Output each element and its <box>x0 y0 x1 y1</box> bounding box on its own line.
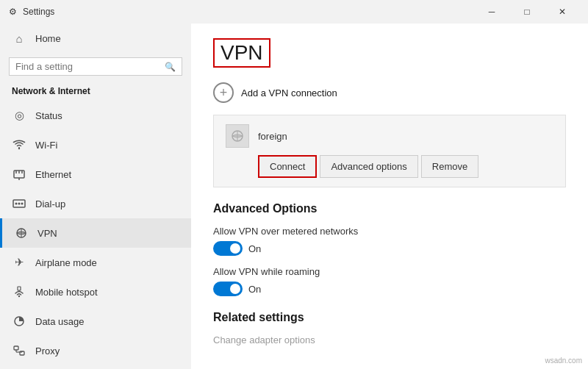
hotspot-icon <box>12 284 26 299</box>
wifi-label: Wi-Fi <box>35 140 57 151</box>
vpn-icon <box>14 226 29 240</box>
advanced-options-heading: Advanced Options <box>213 202 566 215</box>
vpn-label: VPN <box>37 228 57 239</box>
search-icon: 🔍 <box>165 62 176 72</box>
svg-point-8 <box>18 203 21 205</box>
status-label: Status <box>35 110 62 121</box>
add-vpn-label: Add a VPN connection <box>241 87 337 98</box>
svg-point-9 <box>21 203 24 205</box>
plus-icon: + <box>213 82 234 103</box>
sidebar-item-datausage[interactable]: Data usage <box>0 307 191 336</box>
search-box[interactable]: 🔍 <box>9 57 182 76</box>
svg-point-7 <box>15 203 18 205</box>
close-button[interactable]: ✕ <box>545 0 579 24</box>
sidebar-section-title: Network & Internet <box>0 80 191 101</box>
app-body: ⌂ Home 🔍 Network & Internet ◎ Status W <box>0 24 588 369</box>
svg-rect-14 <box>18 287 21 290</box>
connect-button[interactable]: Connect <box>258 155 317 178</box>
vpn-buttons: Connect Advanced options Remove <box>226 155 553 178</box>
airplane-icon: ✈ <box>12 255 26 270</box>
page-title: VPN <box>213 38 270 68</box>
vpn-metered-text: On <box>248 243 261 254</box>
vpn-metered-switch[interactable] <box>213 241 243 256</box>
ethernet-label: Ethernet <box>35 169 71 180</box>
dialup-icon <box>12 196 26 211</box>
search-input[interactable] <box>15 61 165 72</box>
title-bar: ⚙ Settings ─ □ ✕ <box>0 0 588 24</box>
datausage-label: Data usage <box>35 316 85 327</box>
datausage-icon <box>12 314 26 329</box>
ethernet-icon <box>12 167 26 182</box>
vpn-entry-icon <box>226 124 249 148</box>
vpn-metered-control: On <box>213 241 566 256</box>
vpn-entry-header: foreign <box>226 124 553 148</box>
sidebar-item-proxy[interactable]: Proxy <box>0 336 191 365</box>
sidebar-item-vpn[interactable]: VPN <box>0 218 191 248</box>
window-controls: ─ □ ✕ <box>475 0 579 24</box>
vpn-metered-label: Allow VPN over metered networks <box>213 226 566 237</box>
home-label: Home <box>35 33 61 44</box>
home-icon: ⌂ <box>12 31 26 46</box>
sidebar-item-airplane[interactable]: ✈ Airplane mode <box>0 248 191 277</box>
sidebar-item-dialup[interactable]: Dial-up <box>0 189 191 218</box>
vpn-roaming-text: On <box>248 284 261 295</box>
sidebar: ⌂ Home 🔍 Network & Internet ◎ Status W <box>0 24 191 369</box>
minimize-button[interactable]: ─ <box>475 0 509 24</box>
watermark: wsadn.com <box>545 357 582 365</box>
title-bar-title: ⚙ Settings <box>9 7 54 17</box>
svg-rect-17 <box>14 346 18 350</box>
maximize-button[interactable]: □ <box>510 0 544 24</box>
vpn-roaming-label: Allow VPN while roaming <box>213 266 566 277</box>
vpn-metered-toggle-row: Allow VPN over metered networks On <box>213 226 566 256</box>
remove-button[interactable]: Remove <box>421 155 478 178</box>
svg-point-13 <box>18 295 20 297</box>
hotspot-label: Mobile hotspot <box>35 287 98 298</box>
vpn-roaming-toggle-row: Allow VPN while roaming On <box>213 266 566 296</box>
main-content: VPN + Add a VPN connection foreign <box>191 24 588 369</box>
related-settings-heading: Related settings <box>213 311 566 324</box>
add-vpn-row[interactable]: + Add a VPN connection <box>213 82 566 103</box>
vpn-roaming-control: On <box>213 282 566 296</box>
proxy-icon <box>12 343 26 358</box>
vpn-roaming-switch[interactable] <box>213 282 243 296</box>
svg-point-0 <box>18 148 20 149</box>
dialup-label: Dial-up <box>35 198 65 209</box>
proxy-label: Proxy <box>35 345 60 357</box>
settings-icon: ⚙ <box>9 7 17 17</box>
vpn-entry-name: foreign <box>258 131 287 142</box>
sidebar-item-ethernet[interactable]: Ethernet <box>0 160 191 189</box>
sidebar-item-home[interactable]: ⌂ Home <box>0 24 191 53</box>
related-settings: Related settings Change adapter options <box>213 311 566 345</box>
sidebar-item-wifi[interactable]: Wi-Fi <box>0 130 191 160</box>
change-adapter-link[interactable]: Change adapter options <box>213 334 566 345</box>
airplane-label: Airplane mode <box>35 257 97 268</box>
status-icon: ◎ <box>12 108 26 123</box>
sidebar-item-hotspot[interactable]: Mobile hotspot <box>0 277 191 307</box>
advanced-options-button[interactable]: Advanced options <box>320 155 417 178</box>
vpn-entry-card: foreign Connect Advanced options Remove <box>213 115 566 187</box>
sidebar-item-status[interactable]: ◎ Status <box>0 101 191 130</box>
wifi-icon <box>12 137 26 152</box>
